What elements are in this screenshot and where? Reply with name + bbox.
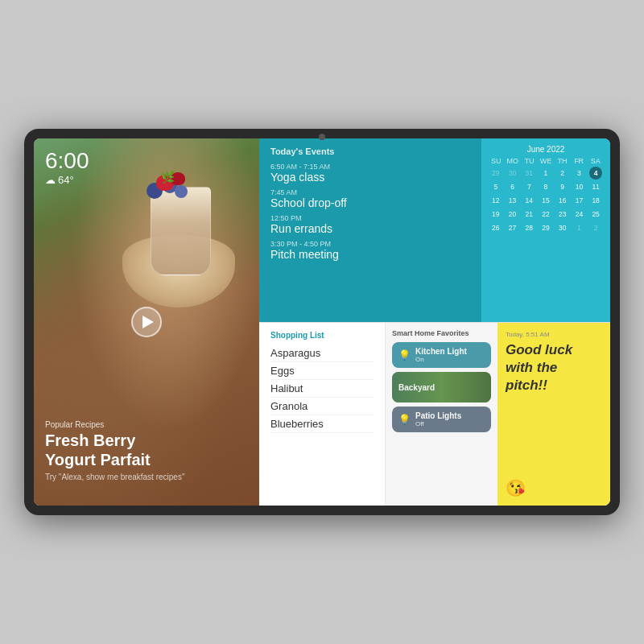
event-name-0: Yoga class (270, 171, 470, 184)
note-text: Good luckwith thepitch!! (506, 341, 602, 475)
temperature: 64° (58, 174, 74, 186)
cal-day[interactable]: 1 (539, 167, 552, 180)
calendar-title: June 2022 (488, 145, 604, 154)
cal-day[interactable]: 27 (506, 221, 519, 234)
cal-day[interactable]: 1 (572, 221, 585, 234)
top-right-panel: Today's Events 6:50 AM - 7:15 AM Yoga cl… (259, 138, 610, 322)
recipe-panel[interactable]: 🌿 6:00 ☁ 64° Popular Recipes Fresh Berry… (34, 138, 259, 506)
event-name-2: Run errands (270, 222, 470, 235)
cal-day[interactable]: 29 (489, 167, 502, 180)
shopping-title: Shopping List (270, 331, 374, 340)
bulb-icon: 💡 (398, 349, 411, 361)
day-sat: SA (587, 157, 604, 165)
cal-day[interactable]: 13 (506, 194, 519, 207)
smart-device-patio[interactable]: 💡 Patio Lights Off (392, 407, 491, 432)
cal-day[interactable]: 8 (539, 180, 552, 193)
cal-day[interactable]: 31 (522, 167, 535, 180)
shopping-panel: Shopping List Asparagus Eggs Halibut Gra… (259, 322, 385, 506)
patio-bulb-icon: 💡 (398, 414, 411, 425)
day-tue: TU (521, 157, 538, 165)
cal-day[interactable]: 15 (539, 194, 552, 207)
cal-day[interactable]: 28 (522, 221, 535, 234)
screen: 🌿 6:00 ☁ 64° Popular Recipes Fresh Berry… (34, 138, 610, 506)
backyard-name: Backyard (398, 383, 435, 392)
shopping-item-2[interactable]: Halibut (270, 380, 374, 398)
time-display: 6:00 ☁ 64° (45, 150, 89, 186)
smart-device-backyard[interactable]: Backyard (392, 372, 491, 402)
bottom-right-panel: Shopping List Asparagus Eggs Halibut Gra… (259, 322, 610, 506)
main-screen: 🌿 6:00 ☁ 64° Popular Recipes Fresh Berry… (34, 138, 610, 506)
event-time-0: 6:50 AM - 7:15 AM (270, 163, 470, 171)
patio-lights-info: Patio Lights Off (415, 411, 485, 427)
event-item-0[interactable]: 6:50 AM - 7:15 AM Yoga class (270, 163, 470, 184)
clock: 6:00 (45, 150, 89, 172)
cal-day[interactable]: 3 (572, 167, 585, 180)
play-button[interactable] (131, 307, 162, 337)
event-time-3: 3:30 PM - 4:50 PM (270, 240, 470, 248)
cal-day[interactable]: 21 (522, 208, 535, 221)
event-item-2[interactable]: 12:50 PM Run errands (270, 214, 470, 235)
day-mon: MO (505, 157, 522, 165)
shopping-item-1[interactable]: Eggs (270, 362, 374, 380)
kitchen-light-status: On (415, 356, 485, 363)
patio-lights-status: Off (415, 420, 485, 427)
smart-device-kitchen[interactable]: 💡 Kitchen Light On (392, 342, 491, 368)
cal-day[interactable]: 29 (539, 221, 552, 234)
cal-day[interactable]: 12 (489, 194, 502, 207)
smarthome-title: Smart Home Favorites (392, 329, 491, 337)
cal-day[interactable]: 2 (556, 167, 569, 180)
cal-day[interactable]: 5 (489, 180, 502, 193)
cal-day[interactable]: 22 (539, 208, 552, 221)
cal-day[interactable]: 11 (589, 180, 602, 193)
weather-icon: ☁ (45, 174, 56, 186)
food-image: 🌿 (122, 179, 243, 308)
cal-day[interactable]: 17 (572, 194, 585, 207)
event-time-1: 7:45 AM (270, 188, 470, 196)
cal-day[interactable]: 9 (556, 180, 569, 193)
event-name-3: Pitch meeting (270, 248, 470, 261)
cal-day-today[interactable]: 4 (589, 167, 602, 180)
kitchen-light-name: Kitchen Light (415, 347, 485, 356)
recipe-info: Popular Recipes Fresh BerryYogurt Parfai… (45, 420, 248, 481)
cal-day[interactable]: 7 (522, 180, 535, 193)
weather: ☁ 64° (45, 174, 89, 186)
day-wed: WE (538, 157, 555, 165)
device-frame: 🌿 6:00 ☁ 64° Popular Recipes Fresh Berry… (24, 129, 620, 515)
day-thu: TH (554, 157, 571, 165)
cal-day[interactable]: 2 (589, 221, 602, 234)
shopping-item-4[interactable]: Blueberries (270, 415, 374, 433)
cal-day[interactable]: 20 (506, 208, 519, 221)
cal-day[interactable]: 6 (506, 180, 519, 193)
event-name-1: School drop-off (270, 196, 470, 209)
recipe-title: Fresh BerryYogurt Parfait (45, 431, 248, 469)
cal-day[interactable]: 18 (589, 194, 602, 207)
kitchen-light-info: Kitchen Light On (415, 347, 485, 363)
shopping-item-3[interactable]: Granola (270, 398, 374, 415)
shopping-item-0[interactable]: Asparagus (270, 345, 374, 362)
events-panel: Today's Events 6:50 AM - 7:15 AM Yoga cl… (259, 138, 481, 322)
cal-day[interactable]: 16 (556, 194, 569, 207)
calendar-panel: June 2022 SU MO TU WE TH FR SA 29 30 31 (481, 138, 610, 322)
recipe-hint: Try "Alexa, show me breakfast recipes" (45, 473, 248, 481)
cal-day[interactable]: 10 (572, 180, 585, 193)
note-time: Today, 5:51 AM (506, 331, 602, 338)
recipe-category: Popular Recipes (45, 420, 248, 429)
cal-day[interactable]: 30 (506, 167, 519, 180)
cal-day[interactable]: 26 (489, 221, 502, 234)
camera-dot (319, 134, 325, 140)
calendar-grid: 29 30 31 1 2 3 4 5 6 7 8 9 10 11 (488, 167, 604, 234)
patio-lights-name: Patio Lights (415, 411, 485, 420)
event-item-1[interactable]: 7:45 AM School drop-off (270, 188, 470, 209)
cal-day[interactable]: 30 (556, 221, 569, 234)
sticky-note[interactable]: Today, 5:51 AM Good luckwith thepitch!! … (497, 322, 610, 506)
cal-day[interactable]: 23 (556, 208, 569, 221)
cal-day[interactable]: 14 (522, 194, 535, 207)
calendar-day-headers: SU MO TU WE TH FR SA (488, 157, 604, 165)
cal-day[interactable]: 25 (589, 208, 602, 221)
day-sun: SU (488, 157, 505, 165)
event-item-3[interactable]: 3:30 PM - 4:50 PM Pitch meeting (270, 240, 470, 261)
cal-day[interactable]: 24 (572, 208, 585, 221)
day-fri: FR (571, 157, 588, 165)
events-title: Today's Events (270, 147, 470, 156)
cal-day[interactable]: 19 (489, 208, 502, 221)
